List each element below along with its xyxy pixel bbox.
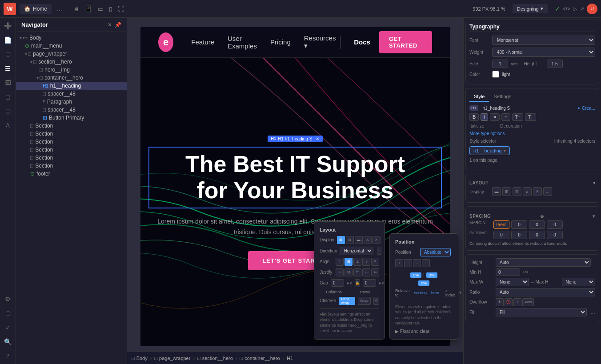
settings-tab[interactable]: Settings bbox=[489, 92, 516, 102]
nav-item-hero-img[interactable]: ▾ □ hero__img bbox=[16, 66, 127, 74]
nav-link-user-examples[interactable]: User Examples bbox=[228, 35, 257, 50]
margin-left-input[interactable] bbox=[547, 220, 563, 229]
more-type-options[interactable]: More type options bbox=[469, 131, 595, 136]
fit-more-icon[interactable]: … bbox=[590, 309, 595, 315]
overflow-auto-btn[interactable]: Auto bbox=[522, 298, 534, 306]
nav-item-section-6[interactable]: □ Section bbox=[16, 162, 127, 170]
settings-icon[interactable]: ⚙ bbox=[4, 295, 12, 304]
nav-item-footer[interactable]: ⊙ footer bbox=[16, 170, 127, 178]
gap-lock-icon[interactable]: 🔒 bbox=[355, 279, 360, 287]
tablet-icon[interactable]: 📱 bbox=[84, 4, 94, 14]
direction-select[interactable]: Horizontal Vertical bbox=[340, 247, 373, 255]
padding-top-input[interactable] bbox=[493, 231, 509, 239]
block-display-btn[interactable]: ▬ bbox=[355, 236, 363, 244]
assets-icon[interactable]: 🖼 bbox=[4, 78, 12, 87]
nav-item-section-5[interactable]: □ Section bbox=[16, 154, 127, 162]
padding-right-input[interactable] bbox=[511, 231, 527, 239]
nav-item-page-wrapper[interactable]: ▾ □ page_wrapper bbox=[16, 50, 127, 58]
align-center-btn[interactable]: ⊟ bbox=[345, 258, 353, 266]
fullscreen-icon[interactable]: ⛶ bbox=[116, 4, 125, 14]
overflow-scroll-icon[interactable]: ↕ bbox=[513, 298, 521, 306]
max-h-select[interactable]: None bbox=[562, 278, 595, 286]
nav-link-pricing[interactable]: Pricing bbox=[270, 38, 291, 46]
nav-docs[interactable]: Docs bbox=[354, 38, 370, 46]
audit-icon[interactable]: ✓ bbox=[4, 323, 12, 332]
min-h-input[interactable] bbox=[496, 268, 520, 276]
wrap-reverse-icon[interactable]: ↺ bbox=[373, 297, 379, 305]
margin-bottom-input[interactable] bbox=[529, 220, 545, 229]
breadcrumb-h1[interactable]: H1 bbox=[287, 356, 293, 361]
pos-right-icon[interactable]: → bbox=[404, 259, 412, 267]
help-icon[interactable]: ? bbox=[5, 352, 11, 360]
more-tabs-button[interactable]: ... bbox=[57, 5, 62, 12]
navigator-close-icon[interactable]: ✕ bbox=[108, 22, 112, 28]
gap-input[interactable] bbox=[331, 279, 344, 287]
bold-btn[interactable]: B bbox=[469, 113, 479, 121]
nav-item-body[interactable]: ▾ ▭ Body bbox=[16, 34, 127, 42]
preview-icon[interactable]: ▷ bbox=[573, 6, 577, 12]
gap-input-2[interactable] bbox=[363, 279, 376, 287]
nav-item-main-menu[interactable]: ⊙ main__menu bbox=[16, 42, 127, 50]
color-swatch[interactable] bbox=[492, 71, 499, 78]
reverse-icon[interactable]: ↔ bbox=[377, 247, 381, 255]
nav-item-section-2[interactable]: □ Section bbox=[16, 130, 127, 138]
margin-top-input[interactable] bbox=[493, 220, 509, 229]
more-btn[interactable]: … bbox=[543, 187, 552, 196]
padding-bottom-input[interactable] bbox=[529, 231, 545, 239]
font-select[interactable]: Montserrat bbox=[492, 36, 595, 45]
nav-item-container-hero[interactable]: ▾ □ container__hero bbox=[16, 74, 127, 82]
align-btn[interactable]: ≡ bbox=[501, 113, 510, 121]
justify-space-btn[interactable]: ↔ bbox=[362, 268, 370, 276]
inline-btn[interactable]: a bbox=[523, 187, 532, 196]
nav-cta-button[interactable]: GET STARTED bbox=[379, 31, 432, 53]
float-clear-btn[interactable]: ▶ Float and clear bbox=[395, 329, 453, 334]
pos-left-icon[interactable]: ← bbox=[422, 259, 430, 267]
style-icon[interactable]: A bbox=[5, 121, 11, 130]
weight-select[interactable]: 400 - Normal 700 - Bold bbox=[492, 48, 595, 57]
breadcrumb-body[interactable]: □ Body bbox=[132, 356, 148, 361]
ratio-select[interactable]: Auto bbox=[496, 288, 595, 296]
block-btn[interactable]: ▬ bbox=[492, 187, 501, 196]
dont-wrap-btn[interactable]: Don't wrap bbox=[339, 297, 355, 305]
style-tab[interactable]: Style bbox=[469, 92, 489, 102]
nav-link-feature[interactable]: Feature bbox=[191, 38, 214, 46]
max-w-select[interactable]: None bbox=[496, 278, 529, 286]
desktop-icon[interactable]: 🖥 bbox=[72, 4, 81, 14]
cms-icon[interactable]: ⬡ bbox=[4, 50, 12, 59]
padding-left-input[interactable] bbox=[547, 231, 563, 239]
navigator-pin-icon[interactable]: 📌 bbox=[115, 22, 121, 28]
grid-display-btn[interactable]: ⊟ bbox=[346, 236, 354, 244]
nav-item-spacer-1[interactable]: □ spacer__48 bbox=[16, 90, 127, 98]
size-input[interactable] bbox=[492, 60, 508, 68]
nav-item-h1-heading[interactable]: H1 h1__heading bbox=[16, 82, 127, 90]
breadcrumb-page-wrapper[interactable]: □ page_wrapper bbox=[154, 356, 190, 361]
mode-selector[interactable]: Designing ▾ bbox=[513, 4, 548, 13]
italic-btn[interactable]: I bbox=[481, 113, 488, 121]
logic-icon[interactable]: ⬡ bbox=[4, 107, 12, 116]
super-btn[interactable]: T↑ bbox=[512, 113, 523, 121]
fit-select[interactable]: Fill Contain Cover bbox=[496, 308, 587, 316]
nav-item-section-4[interactable]: □ Section bbox=[16, 146, 127, 154]
sub-btn[interactable]: T↓ bbox=[525, 113, 536, 121]
components-icon[interactable]: ◻ bbox=[4, 92, 12, 101]
selector-badge[interactable]: h1__heading ▾ bbox=[469, 146, 510, 155]
user-avatar[interactable]: U bbox=[587, 4, 597, 14]
align-stretch-btn[interactable]: ↕ bbox=[362, 258, 370, 266]
justify-center-btn[interactable]: ⊟ bbox=[345, 268, 353, 276]
mobile-portrait-icon[interactable]: ▯ bbox=[108, 4, 114, 14]
none-display-btn[interactable]: ✕ bbox=[373, 236, 381, 244]
zoom-icon[interactable]: 🔍 bbox=[3, 337, 12, 346]
layout-expand-icon[interactable]: ▾ bbox=[593, 180, 596, 185]
justify-end-btn[interactable]: ⊢ bbox=[353, 268, 361, 276]
wrap-btn[interactable]: Wrap bbox=[358, 297, 371, 305]
spacing-options-icon[interactable]: ⊕ bbox=[540, 214, 544, 219]
strike-btn[interactable]: ✕ bbox=[490, 113, 500, 121]
mobile-landscape-icon[interactable]: ▭ bbox=[96, 4, 105, 14]
flex-btn[interactable]: ⊞ bbox=[502, 187, 511, 196]
spacing-expand-icon[interactable]: ▾ bbox=[593, 214, 595, 219]
close-badge-icon[interactable]: ✕ bbox=[316, 136, 319, 141]
justify-around-btn[interactable]: ⇔ bbox=[371, 268, 379, 276]
nav-item-section-1[interactable]: □ Section bbox=[16, 122, 127, 130]
inline-display-btn[interactable]: A bbox=[364, 236, 372, 244]
pages-icon[interactable]: 📄 bbox=[3, 36, 12, 44]
